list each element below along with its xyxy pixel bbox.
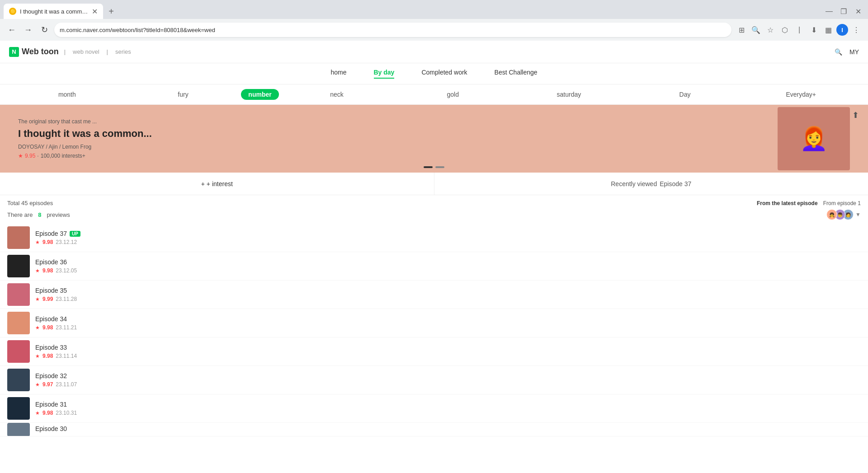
day-neck[interactable]: neck <box>279 89 395 100</box>
episode-rating: 9.98 <box>42 267 53 274</box>
episode-title-row: Episode 36 <box>35 258 861 266</box>
episode-rating: 9.97 <box>42 381 53 388</box>
menu-icon[interactable]: ⋮ <box>850 23 863 36</box>
episode-thumbnail <box>7 312 30 334</box>
episode-title: Episode 37 <box>35 230 67 237</box>
table-row[interactable]: Episode 37 UP ★ 9.98 23.12.12 <box>0 224 868 252</box>
banner-dots <box>424 166 444 168</box>
translate-icon[interactable]: ⊞ <box>735 23 748 36</box>
episode-info: Episode 31 ★ 9.98 23.10.31 <box>35 401 861 416</box>
preview-suffix: previews <box>47 211 70 218</box>
episode-title-row: Episode 32 <box>35 372 861 379</box>
episode-title-row: Episode 33 <box>35 344 861 351</box>
preview-count: 8 <box>38 211 41 218</box>
banner-illustration: 👩‍🦰 <box>800 126 828 152</box>
header-nav-separator2: | <box>107 48 108 55</box>
table-row[interactable]: Episode 33 ★ 9.98 23.11.14 <box>0 337 868 366</box>
my-button[interactable]: MY <box>849 48 859 56</box>
episode-info: Episode 35 ★ 9.99 23.11.28 <box>35 287 861 302</box>
site-content: N Web toon | web novel | series 🔍 MY hom… <box>0 41 868 436</box>
banner: The original story that cast me ... I th… <box>0 105 868 173</box>
logo-area: N Web toon <box>9 47 59 57</box>
table-row[interactable]: Episode 31 ★ 9.98 23.10.31 <box>0 394 868 423</box>
episode-meta: ★ 9.98 23.11.21 <box>35 324 861 331</box>
star-icon: ★ <box>35 382 40 388</box>
table-row[interactable]: Episode 36 ★ 9.98 23.12.05 <box>0 252 868 281</box>
maximize-button[interactable]: ❐ <box>837 5 850 18</box>
interest-button[interactable]: + + interest <box>0 173 434 195</box>
episode-thumbnail <box>7 340 30 363</box>
sort-first[interactable]: From episode 1 <box>823 200 861 206</box>
table-row[interactable]: Episode 34 ★ 9.98 23.11.21 <box>0 309 868 337</box>
episode-title: Episode 33 <box>35 344 67 351</box>
search-lens-icon[interactable]: 🔍 <box>750 23 762 36</box>
interest-count: · <box>37 153 38 159</box>
download-icon[interactable]: ⬇ <box>807 23 820 36</box>
episode-meta: ★ 9.98 23.11.14 <box>35 353 861 359</box>
episode-meta: ★ 9.98 23.10.31 <box>35 410 861 416</box>
episode-rating: 9.99 <box>42 296 53 302</box>
preview-text: There are <box>7 211 33 218</box>
episode-list: Episode 37 UP ★ 9.98 23.12.12 Episode 36… <box>0 224 868 436</box>
table-row[interactable]: Episode 30 <box>0 423 868 436</box>
search-button[interactable]: 🔍 <box>835 48 842 56</box>
address-input[interactable]: m.comic.naver.com/webtoon/list?titleId=8… <box>54 23 731 37</box>
day-fury[interactable]: fury <box>125 89 241 100</box>
profile-button[interactable]: I <box>836 24 848 36</box>
day-saturday[interactable]: saturday <box>511 89 627 100</box>
dot-1[interactable] <box>424 166 433 168</box>
episode-title: Episode 31 <box>35 401 67 408</box>
day-filter: month fury number neck gold saturday Day… <box>0 84 868 105</box>
chevron-down-icon[interactable]: ▼ <box>855 211 861 218</box>
table-row[interactable]: Episode 35 ★ 9.99 23.11.28 <box>0 281 868 309</box>
episode-title: Episode 36 <box>35 258 67 266</box>
day-day[interactable]: Day <box>627 89 743 100</box>
day-month[interactable]: month <box>9 89 125 100</box>
divider: | <box>793 23 806 36</box>
star-icon: ★ <box>35 325 40 331</box>
sidebar-icon[interactable]: ▦ <box>822 23 835 36</box>
episode-date: 23.12.05 <box>56 267 77 274</box>
tab-favicon: 🟡 <box>9 8 16 15</box>
dot-2[interactable] <box>435 166 444 168</box>
nav-home[interactable]: home <box>330 69 346 79</box>
close-window-button[interactable]: ✕ <box>852 5 864 18</box>
episode-date: 23.11.21 <box>56 324 77 331</box>
avatar-1: 👧 <box>826 209 837 220</box>
day-gold[interactable]: gold <box>395 89 511 100</box>
site-header: N Web toon | web novel | series 🔍 MY <box>0 41 868 63</box>
nav-best-challenge[interactable]: Best Challenge <box>495 69 538 79</box>
episode-title: Episode 35 <box>35 287 67 294</box>
episode-rating: 9.98 <box>42 324 53 331</box>
banner-subtitle: The original story that cast me ... <box>18 118 778 125</box>
tab-close-button[interactable]: ✕ <box>92 7 98 16</box>
up-badge: UP <box>70 231 80 237</box>
forward-button[interactable]: → <box>22 23 34 36</box>
episodes-total: Total 45 episodes <box>7 200 53 206</box>
nav-completed[interactable]: Completed work <box>421 69 467 79</box>
day-everyday[interactable]: Everyday+ <box>743 89 859 100</box>
episode-info: Episode 37 UP ★ 9.98 23.12.12 <box>35 230 861 245</box>
nav-by-day[interactable]: By day <box>374 69 395 79</box>
episode-meta: ★ 9.99 23.11.28 <box>35 296 861 302</box>
url-text: m.comic.naver.com/webtoon/list?titleId=8… <box>60 27 215 33</box>
reload-button[interactable]: ↻ <box>38 23 51 36</box>
extensions-icon[interactable]: ⬡ <box>778 23 791 36</box>
new-tab-button[interactable]: + <box>105 5 118 18</box>
episode-thumbnail <box>7 397 30 420</box>
back-button[interactable]: ← <box>5 23 18 36</box>
share-button[interactable]: ⬆ <box>852 110 859 120</box>
bookmark-icon[interactable]: ☆ <box>764 23 777 36</box>
minimize-button[interactable]: — <box>823 5 835 18</box>
previews-row: There are 8 previews 👧 👦 🧑 ▼ <box>0 209 868 224</box>
table-row[interactable]: Episode 32 ★ 9.97 23.11.07 <box>0 366 868 394</box>
header-nav-webnovel[interactable]: web novel <box>73 48 99 55</box>
header-nav-series[interactable]: series <box>115 48 131 55</box>
episode-title-row: Episode 31 <box>35 401 861 408</box>
active-tab[interactable]: 🟡 I thought it was a common pos ✕ <box>4 4 103 19</box>
episode-title-row: Episode 30 <box>35 425 861 432</box>
banner-title: I thought it was a common... <box>18 127 778 140</box>
sort-latest[interactable]: From the latest episode <box>757 200 818 206</box>
recently-viewed-area[interactable]: Recently viewed Episode 37 <box>434 173 868 195</box>
day-number[interactable]: number <box>241 89 278 100</box>
